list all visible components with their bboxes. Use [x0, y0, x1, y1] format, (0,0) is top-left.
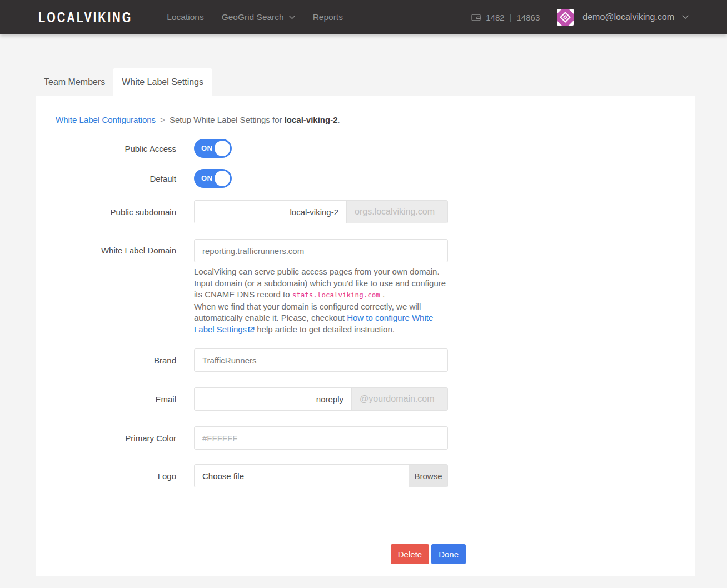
logo-file-input[interactable]: Choose file Browse — [194, 464, 448, 487]
counter-divider: | — [510, 13, 512, 22]
delete-button[interactable]: Delete — [391, 544, 429, 564]
white-label-panel: White Label Configurations>Setup White L… — [36, 96, 695, 576]
email-label: Email — [48, 395, 194, 404]
browse-button[interactable]: Browse — [409, 465, 447, 487]
default-label: Default — [48, 174, 194, 183]
breadcrumb-separator: > — [160, 115, 165, 124]
email-domain-addon: @yourdomain.com — [351, 388, 447, 410]
toggle-knob — [215, 141, 230, 156]
user-menu-chevron-icon[interactable] — [682, 15, 689, 19]
footer-actions: Delete Done — [48, 544, 466, 564]
credit-counters: 1482 | 14863 — [471, 13, 540, 22]
public-access-toggle[interactable]: ON — [194, 139, 232, 158]
public-subdomain-input[interactable] — [195, 201, 346, 223]
brand-input[interactable] — [194, 348, 448, 372]
counter-second: 14863 — [517, 13, 540, 22]
toggle-knob — [215, 171, 230, 186]
public-subdomain-label: Public subdomain — [48, 207, 194, 217]
breadcrumb-link-configurations[interactable]: White Label Configurations — [56, 115, 156, 124]
logo-label: Logo — [48, 471, 194, 481]
nav-item-reports[interactable]: Reports — [313, 12, 343, 22]
localviking-logo[interactable]: LOCALVIKING — [38, 9, 132, 26]
tab-team-members[interactable]: Team Members — [36, 68, 113, 96]
nav-item-locations[interactable]: Locations — [167, 12, 203, 22]
domain-help-text: LocalViking can serve public access page… — [194, 266, 448, 336]
white-label-domain-label: White Label Domain — [48, 239, 194, 255]
default-toggle[interactable]: ON — [194, 169, 232, 188]
external-link-icon — [248, 325, 255, 336]
breadcrumb-org-name: local-viking-2 — [285, 115, 338, 124]
wallet-icon — [471, 13, 481, 22]
chevron-down-icon — [289, 16, 295, 19]
footer-divider — [48, 535, 466, 535]
main-nav: Locations GeoGrid Search Reports — [167, 12, 343, 22]
email-local-part-input[interactable] — [195, 388, 351, 410]
subdomain-addon: orgs.localviking.com — [346, 201, 447, 223]
primary-color-input[interactable] — [194, 426, 448, 450]
breadcrumb: White Label Configurations>Setup White L… — [56, 115, 695, 124]
white-label-form: Public Access ON Default ON Public subdo… — [48, 139, 466, 564]
brand-label: Brand — [48, 356, 194, 365]
public-access-label: Public Access — [48, 144, 194, 153]
done-button[interactable]: Done — [431, 544, 466, 564]
primary-color-label: Primary Color — [48, 433, 194, 443]
choose-file-text: Choose file — [195, 465, 409, 487]
nav-item-geogrid-search[interactable]: GeoGrid Search — [222, 12, 295, 22]
cname-target-code: stats.localviking.com — [292, 291, 380, 299]
user-avatar[interactable] — [557, 9, 574, 26]
counter-first: 1482 — [486, 13, 504, 22]
settings-tabs: Team Members White Label Settings — [36, 68, 727, 96]
white-label-domain-input[interactable] — [194, 239, 448, 262]
top-navbar: LOCALVIKING Locations GeoGrid Search Rep… — [0, 0, 727, 34]
user-email[interactable]: demo@localviking.com — [582, 12, 674, 22]
tab-white-label-settings[interactable]: White Label Settings — [113, 68, 212, 96]
breadcrumb-current: Setup White Label Settings for — [170, 115, 282, 124]
